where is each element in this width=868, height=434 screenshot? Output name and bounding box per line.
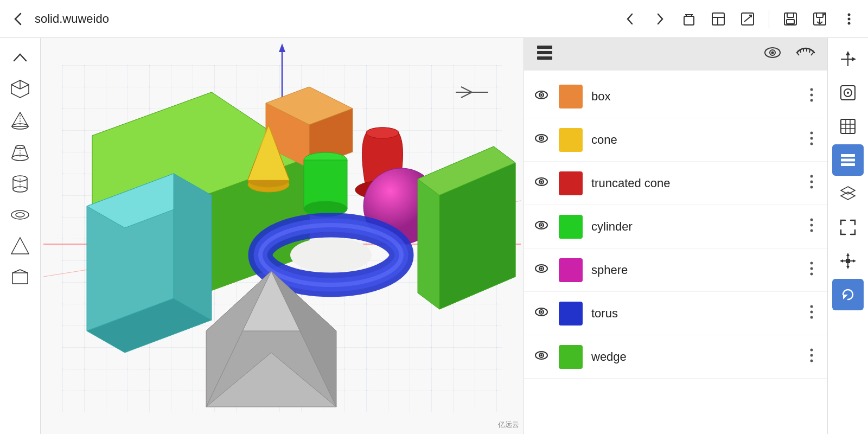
- layer-name-label: sphere: [591, 263, 796, 277]
- panel-header-left: [535, 43, 554, 66]
- layer-item: torus: [524, 292, 827, 335]
- left-sidebar: [0, 38, 41, 434]
- svg-point-20: [848, 22, 851, 24]
- panel-header-right: [763, 46, 816, 63]
- svg-marker-47: [279, 43, 285, 52]
- svg-point-137: [810, 354, 813, 356]
- svg-point-19: [848, 17, 851, 20]
- svg-line-23: [11, 85, 20, 89]
- svg-point-125: [810, 267, 813, 270]
- layer-list: box cone: [524, 71, 827, 434]
- svg-rect-162: [846, 259, 850, 263]
- svg-marker-158: [846, 253, 850, 256]
- frame-tool[interactable]: [832, 212, 864, 243]
- top-bar-right: [622, 10, 857, 28]
- layer-name-label: box: [591, 90, 796, 104]
- panel-header: [524, 38, 827, 71]
- hide-all-button[interactable]: [795, 46, 816, 63]
- svg-point-101: [810, 93, 813, 96]
- svg-point-123: [540, 267, 542, 270]
- svg-point-120: [810, 229, 813, 232]
- layer-more-button[interactable]: [805, 258, 819, 283]
- svg-marker-155: [841, 192, 855, 200]
- box-tool[interactable]: [6, 75, 34, 103]
- stack-tool[interactable]: [832, 178, 864, 209]
- grid-tool[interactable]: [832, 111, 864, 142]
- svg-marker-163: [843, 295, 848, 299]
- back-button[interactable]: [11, 11, 26, 27]
- svg-line-43: [20, 270, 28, 273]
- svg-point-99: [540, 94, 542, 96]
- show-all-button[interactable]: [763, 46, 782, 63]
- more-menu-button[interactable]: [841, 11, 857, 27]
- cylinder-tool[interactable]: [6, 169, 34, 197]
- layer-name-label: wedge: [591, 350, 796, 364]
- panel-layers-icon: [535, 43, 554, 66]
- svg-point-130: [810, 305, 813, 308]
- collapse-tool[interactable]: [6, 43, 34, 72]
- svg-line-91: [797, 53, 799, 55]
- forward-history-button[interactable]: [652, 11, 668, 27]
- svg-line-8: [744, 16, 751, 22]
- layer-more-button[interactable]: [805, 344, 819, 369]
- layer-visibility-toggle[interactable]: [533, 90, 550, 104]
- edit-button[interactable]: [739, 11, 756, 27]
- delete-button[interactable]: [681, 11, 697, 27]
- layer-color-swatch: [559, 171, 583, 195]
- toolbar-separator: [769, 10, 769, 28]
- top-bar-left: solid.wuweido: [11, 11, 109, 27]
- svg-marker-53: [174, 174, 212, 320]
- layer-visibility-toggle[interactable]: [533, 220, 550, 234]
- far-right-toolbar: [827, 38, 868, 434]
- torus-tool[interactable]: [6, 201, 34, 229]
- layer-visibility-toggle[interactable]: [533, 307, 550, 321]
- svg-rect-152: [841, 159, 855, 162]
- svg-point-136: [810, 348, 813, 351]
- canvas-area[interactable]: 亿远云: [41, 38, 524, 434]
- prism-tool[interactable]: [6, 232, 34, 260]
- export-button[interactable]: [812, 11, 828, 27]
- add-view-button[interactable]: [710, 11, 726, 27]
- wedge-tool[interactable]: [6, 264, 34, 292]
- layer-item: cylinder: [524, 205, 827, 248]
- svg-point-111: [540, 181, 542, 183]
- search-view-tool[interactable]: [832, 77, 864, 108]
- layer-more-button[interactable]: [805, 171, 819, 196]
- move-tool[interactable]: [832, 245, 864, 277]
- layer-more-button[interactable]: [805, 301, 819, 326]
- svg-marker-40: [11, 238, 29, 254]
- layer-name-label: torus: [591, 307, 796, 321]
- svg-point-131: [810, 310, 813, 313]
- svg-rect-0: [684, 16, 694, 25]
- cone-tool[interactable]: [6, 106, 34, 135]
- svg-rect-146: [841, 119, 855, 133]
- layer-visibility-toggle[interactable]: [533, 176, 550, 190]
- layer-visibility-toggle[interactable]: [533, 263, 550, 277]
- svg-point-118: [810, 218, 813, 221]
- layer-more-button[interactable]: [805, 214, 819, 239]
- layer-color-swatch: [559, 215, 583, 239]
- svg-point-126: [810, 272, 813, 275]
- svg-rect-87: [537, 56, 552, 60]
- right-panel: box cone: [524, 38, 827, 434]
- layer-name-label: cylinder: [591, 220, 796, 234]
- svg-point-39: [16, 213, 24, 217]
- layers-tool[interactable]: [832, 144, 864, 176]
- svg-line-24: [20, 85, 29, 89]
- layer-item: cone: [524, 118, 827, 162]
- back-history-button[interactable]: [622, 11, 639, 27]
- svg-rect-86: [537, 51, 552, 54]
- svg-rect-153: [841, 163, 855, 166]
- svg-marker-154: [841, 187, 855, 194]
- layer-more-button[interactable]: [805, 84, 819, 109]
- layer-more-button[interactable]: [805, 127, 819, 152]
- save-button[interactable]: [782, 11, 799, 27]
- svg-point-124: [810, 261, 813, 264]
- layer-visibility-toggle[interactable]: [533, 133, 550, 147]
- layer-visibility-toggle[interactable]: [533, 350, 550, 364]
- svg-point-75: [290, 238, 372, 272]
- rotate-tool[interactable]: [832, 279, 864, 310]
- truncated-cone-tool[interactable]: [6, 138, 34, 166]
- axis-tool[interactable]: [832, 43, 864, 75]
- svg-point-135: [540, 354, 542, 356]
